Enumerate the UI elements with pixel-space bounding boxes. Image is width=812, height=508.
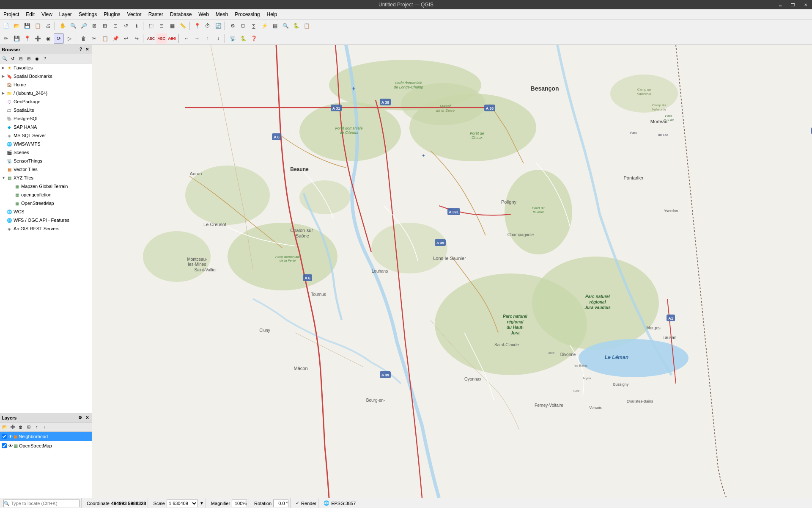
zoom-selection-button[interactable]: ⊞ xyxy=(100,21,110,31)
zoom-in-button[interactable]: 🔍 xyxy=(68,21,78,31)
layer-osm-checkbox[interactable] xyxy=(2,443,7,448)
zoom-out-button[interactable]: 🔎 xyxy=(79,21,89,31)
deselect-button[interactable]: ⊟ xyxy=(156,21,167,31)
up-button[interactable]: ↑ xyxy=(203,33,213,44)
render-checkbox[interactable]: ✓ xyxy=(296,500,299,506)
browser-item-opengeofiction[interactable]: ▦ opengeofiction xyxy=(0,190,92,199)
browser-item-postgresql[interactable]: 🐘 PostgreSQL xyxy=(0,114,92,123)
menu-mesh[interactable]: Mesh xyxy=(212,9,231,19)
menu-settings[interactable]: Settings xyxy=(75,9,100,19)
menu-edit[interactable]: Edit xyxy=(22,9,38,19)
select-features-button[interactable]: ⬚ xyxy=(146,21,156,31)
close-button[interactable]: ✕ xyxy=(799,0,812,9)
layer-openstreetmap[interactable]: 👁 ▦ OpenStreetMap xyxy=(0,441,92,450)
browser-item-wcs[interactable]: 🌐 WCS xyxy=(0,207,92,216)
locate-section[interactable] xyxy=(2,498,82,508)
zoom-layer-button[interactable]: ⊡ xyxy=(110,21,121,31)
undo-button[interactable]: ↩ xyxy=(121,33,131,44)
label-btn2[interactable]: ABC xyxy=(156,33,167,44)
python-button[interactable]: 🐍 xyxy=(291,21,301,31)
browser-item-scenes[interactable]: 🎬 Scenes xyxy=(0,148,92,157)
browser-item-saphana[interactable]: ◆ SAP HANA xyxy=(0,123,92,131)
browser-item-wfs[interactable]: 🌐 WFS / OGC API - Features xyxy=(0,216,92,224)
rotation-input[interactable] xyxy=(273,500,288,507)
log-button[interactable]: 📋 xyxy=(302,21,312,31)
locate-input[interactable] xyxy=(3,500,80,507)
identify-button[interactable]: ℹ xyxy=(132,21,142,31)
minimize-button[interactable]: 🗕 xyxy=(774,0,787,9)
browser-item-vectortiles[interactable]: ▦ Vector Tiles xyxy=(0,165,92,174)
add-feature-button[interactable]: ➕ xyxy=(33,33,43,44)
cut-button[interactable]: ✂ xyxy=(89,33,99,44)
layer-neighborhood[interactable]: 👁 ◼ Neighborhood xyxy=(0,432,92,441)
menu-web[interactable]: Web xyxy=(195,9,212,19)
gps2-button[interactable]: 📡 xyxy=(228,33,238,44)
browser-item-spatial-bookmarks[interactable]: ▶ 🔖 Spatial Bookmarks xyxy=(0,72,92,80)
select-edit-button[interactable]: ▷ xyxy=(64,33,74,44)
redo-button[interactable]: ↪ xyxy=(132,33,142,44)
browser-item-favorites[interactable]: ▶ ★ Favorites xyxy=(0,64,92,72)
browser-item-lubuntu[interactable]: ▶ 📁 / (lubuntu_2404) xyxy=(0,89,92,97)
magnifier-input[interactable] xyxy=(232,500,247,507)
reload-button[interactable]: 🔄 xyxy=(213,21,223,31)
layers-add-button[interactable]: ➕ xyxy=(9,423,16,431)
help-button[interactable]: ❓ xyxy=(249,33,259,44)
scale-dropdown-icon[interactable]: ▼ xyxy=(200,501,204,505)
browser-item-xyztiles[interactable]: ▼ ▦ XYZ Tiles xyxy=(0,174,92,182)
browser-enable-button[interactable]: ◉ xyxy=(33,55,41,63)
layer-neighborhood-checkbox[interactable] xyxy=(2,434,7,439)
layers-settings-button[interactable]: ⚙ xyxy=(77,415,83,420)
digitize-button[interactable]: 📍 xyxy=(22,33,32,44)
vertex-button[interactable]: ◉ xyxy=(43,33,53,44)
save-project-button[interactable]: 💾 xyxy=(22,21,32,31)
tile-button[interactable]: ▤ xyxy=(270,21,280,31)
browser-help2-button[interactable]: ? xyxy=(41,55,49,63)
layers-up-button[interactable]: ↑ xyxy=(33,423,41,431)
pan-tool[interactable]: ✋ xyxy=(58,21,68,31)
menu-vector[interactable]: Vector xyxy=(124,9,145,19)
search-button[interactable]: 🔍 xyxy=(280,21,291,31)
menu-processing[interactable]: Processing xyxy=(231,9,263,19)
annotations-button[interactable]: 🗒 xyxy=(238,21,248,31)
gps-button[interactable]: 📍 xyxy=(192,21,202,31)
zoom-full-button[interactable]: ⊠ xyxy=(89,21,99,31)
render-section[interactable]: ✓ Render xyxy=(294,498,318,508)
menu-raster[interactable]: Raster xyxy=(145,9,167,19)
browser-item-geopackage[interactable]: ⬡ GeoPackage xyxy=(0,97,92,106)
layers-remove-button[interactable]: 🗑 xyxy=(17,423,25,431)
edit-save-button[interactable]: 💾 xyxy=(11,33,22,44)
canvas-settings-button[interactable]: ⚙ xyxy=(228,21,238,31)
browser-item-openstreetmap-xyz[interactable]: ▦ OpenStreetMap xyxy=(0,199,92,207)
processing-button[interactable]: ⚡ xyxy=(259,21,269,31)
browser-item-mapzen[interactable]: ▦ Mapzen Global Terrain xyxy=(0,182,92,190)
scale-select[interactable]: 1:630409 1:500000 1:1000000 xyxy=(167,500,198,507)
rotate-button[interactable]: ⟳ xyxy=(54,33,64,44)
measure-button[interactable]: 📏 xyxy=(178,21,188,31)
refresh-button[interactable]: ↺ xyxy=(121,21,131,31)
browser-item-home[interactable]: 🏠 Home xyxy=(0,80,92,89)
browser-item-mssql[interactable]: ◈ MS SQL Server xyxy=(0,131,92,140)
browser-item-spatialite[interactable]: 🗃 SpatiaLite xyxy=(0,106,92,114)
epsg-section[interactable]: 🌐 EPSG:3857 xyxy=(322,498,357,508)
menu-help[interactable]: Help xyxy=(263,9,281,19)
browser-filter-button[interactable]: ⊞ xyxy=(25,55,33,63)
layers-open-button[interactable]: 📂 xyxy=(1,423,8,431)
open-table-button[interactable]: ▦ xyxy=(167,21,177,31)
paste-button[interactable]: 📌 xyxy=(110,33,121,44)
copy-button[interactable]: 📋 xyxy=(100,33,110,44)
open-project-button[interactable]: 📂 xyxy=(11,21,22,31)
menu-database[interactable]: Database xyxy=(167,9,195,19)
back-button[interactable]: ← xyxy=(181,33,192,44)
menu-layer[interactable]: Layer xyxy=(56,9,75,19)
new-project-button[interactable]: 📄 xyxy=(1,21,11,31)
layers-filter-button[interactable]: ⊞ xyxy=(25,423,33,431)
browser-refresh-button[interactable]: ↺ xyxy=(9,55,16,63)
map-area[interactable]: ✈ ✈ A 6 A 31 A 36 A 39 A 391 A 39 A 6 xyxy=(92,45,812,498)
browser-search-button[interactable]: 🔍 xyxy=(1,55,8,63)
menu-plugins[interactable]: Plugins xyxy=(100,9,123,19)
browser-help-button[interactable]: ? xyxy=(78,47,83,52)
save-as-button[interactable]: 📋 xyxy=(33,21,43,31)
temporal-button[interactable]: ⏱ xyxy=(203,21,213,31)
menu-view[interactable]: View xyxy=(38,9,56,19)
python2-button[interactable]: 🐍 xyxy=(238,33,248,44)
